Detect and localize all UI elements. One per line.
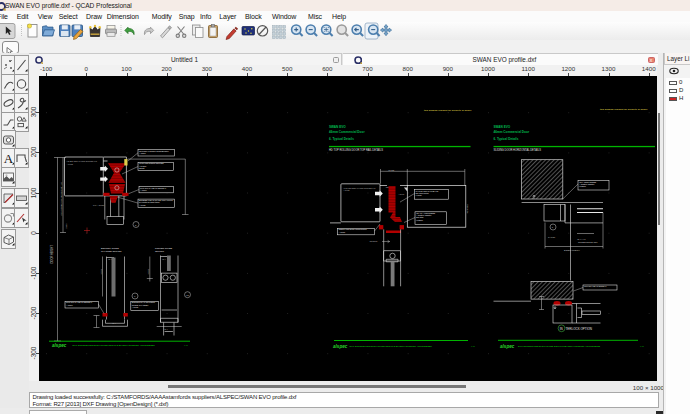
svg-text:ROLLER GUIDE: ROLLER GUIDE	[155, 247, 173, 249]
svg-text:6. Typical Details: 6. Typical Details	[494, 136, 519, 140]
svg-text:45.4: 45.4	[108, 258, 112, 260]
svg-text:45.4: 45.4	[164, 327, 168, 329]
svg-text:(4.5kg): (4.5kg)	[416, 194, 423, 196]
svg-text:DOOR HEIGHT: DOOR HEIGHT	[50, 244, 54, 263]
svg-text:SWAN EVO: SWAN EVO	[494, 125, 511, 129]
svg-text:(1.25kg): (1.25kg)	[579, 185, 586, 187]
svg-text:6-11: 6-11	[184, 344, 189, 346]
svg-text:this drawing remains the prope: this drawing remains the property of als…	[424, 109, 472, 111]
svg-text:OPTION: OPTION	[155, 250, 164, 252]
svg-text:EVO EXTRUSIONS ELEVATIONS DET: EVO EXTRUSIONS ELEVATIONS DETAILS MANUFA…	[350, 344, 433, 346]
svg-text:+ Micro: + Micro	[139, 152, 147, 154]
svg-text:SWAN EVO: SWAN EVO	[329, 125, 346, 129]
svg-text:adjust: adjust	[139, 166, 145, 168]
svg-text:6: 6	[134, 295, 136, 298]
svg-text:+ fixing: + fixing	[132, 305, 138, 307]
svg-text:SLIDING DOOR HORIZONTAL DETAIL: SLIDING DOOR HORIZONTAL DETAILS	[494, 147, 542, 151]
svg-text:EVO EXTRUSIONS ELEVATIONS DET: EVO EXTRUSIONS ELEVATIONS DETAILS MANUFA…	[73, 344, 156, 346]
svg-text:EVO EXTRUSIONS ELEVATIONS DET: EVO EXTRUSIONS ELEVATIONS DETAILS MANUFA…	[518, 345, 601, 347]
svg-text:+ Micro: + Micro	[339, 230, 347, 232]
svg-text:p[T] + 50mm: p[T] + 50mm	[93, 204, 105, 206]
svg-text:TERLOCK OPTION: TERLOCK OPTION	[566, 326, 593, 330]
svg-text:6. Typical Details: 6. Typical Details	[329, 136, 354, 140]
svg-text:7000 DTI WEATHERSEAL: 7000 DTI WEATHERSEAL	[584, 285, 606, 287]
svg-text:(1.25kg): (1.25kg)	[416, 218, 423, 220]
svg-text:11: 11	[186, 293, 189, 296]
svg-text:ALS/SCREEN JAMB HEIGHT - 50: ALS/SCREEN JAMB HEIGHT - 50	[60, 181, 62, 215]
svg-text:+ fixing: + fixing	[139, 203, 145, 205]
svg-text:alspec: alspec	[500, 344, 515, 349]
svg-text:A: A	[3, 151, 13, 166]
svg-text:45.4x19.5: 45.4x19.5	[466, 203, 468, 213]
svg-text:46mm Commercial Door: 46mm Commercial Door	[494, 130, 530, 134]
svg-text:this drawing remains the prope: this drawing remains the property of als…	[600, 108, 648, 110]
svg-text:2100: 2100	[65, 222, 67, 228]
svg-text:alspec: alspec	[52, 343, 67, 348]
svg-text:1: 1	[552, 226, 554, 229]
svg-text:45.78(T): 45.78(T)	[369, 240, 378, 242]
svg-text:6-11: 6-11	[640, 345, 645, 347]
svg-text:45.4: 45.4	[162, 258, 166, 260]
svg-text:alspec: alspec	[333, 343, 348, 348]
svg-text:6-11: 6-11	[471, 344, 476, 346]
svg-text:+ Micro: + Micro	[66, 303, 74, 305]
svg-text:+ fixing: + fixing	[343, 189, 349, 191]
svg-text:HD TOP ROLLING DOOR TOP RAIL D: HD TOP ROLLING DOOR TOP RAIL DETAILS	[329, 147, 383, 151]
svg-text:DOOR WIDTH: DOOR WIDTH	[564, 249, 580, 252]
svg-text:47.85: 47.85	[388, 168, 395, 171]
svg-text:5: 5	[135, 223, 137, 226]
svg-text:CHANNEL OPTION: CHANNEL OPTION	[101, 250, 122, 252]
svg-text:14.7(R): 14.7(R)	[548, 235, 556, 237]
svg-text:45x21: 45x21	[147, 268, 149, 274]
svg-text:+ Micro: + Micro	[140, 188, 148, 190]
svg-text:45.4: 45.4	[112, 322, 116, 324]
svg-text:SCREEN/DOOR TOP: SCREEN/DOOR TOP	[578, 240, 598, 242]
svg-text:46mm Commercial Door: 46mm Commercial Door	[329, 130, 365, 134]
svg-text:45.4 | 4.3: 45.4 | 4.3	[577, 238, 586, 240]
svg-text:+ fixing: + fixing	[67, 162, 73, 164]
svg-text:45x21: 45x21	[100, 268, 102, 274]
svg-text:(45/45): (45/45)	[399, 192, 405, 194]
svg-text:IN: IN	[560, 326, 563, 330]
svg-text:BOTTOM GUIDE: BOTTOM GUIDE	[101, 247, 119, 249]
